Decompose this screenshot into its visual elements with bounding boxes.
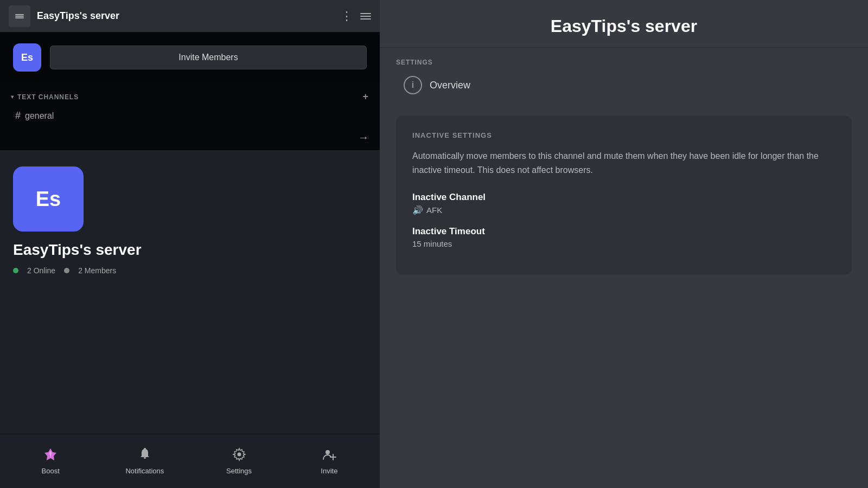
top-bar: EasyTips's server ⋮ [0,0,380,33]
topbar-server-name: EasyTips's server [37,10,334,22]
inactive-timeout-value: 15 minutes [412,239,835,248]
left-panel: EasyTips's server ⋮ Es Invite Members ▾ … [0,0,380,488]
server-stats: 2 Online 2 Members [13,266,367,275]
nav-notifications[interactable]: Notifications [119,443,170,479]
settings-section-label: SETTINGS [396,59,852,66]
speaker-icon: 🔊 [412,205,423,215]
invite-section: Es Invite Members [0,33,380,82]
menu-button[interactable] [360,13,371,20]
text-channels-label: TEXT CHANNELS [17,93,79,101]
inactive-timeout-label: Inactive Timeout [412,226,835,237]
right-header: EasyTips's server [380,0,868,48]
bottom-nav: Boost Notifications Settings [0,434,380,488]
settings-icon [232,447,246,465]
add-channel-button[interactable]: + [363,91,369,102]
notifications-label: Notifications [125,467,164,475]
server-name-large: EasyTips's server [13,241,367,259]
channel-general[interactable]: # general [11,107,369,125]
svg-point-2 [144,448,146,450]
overview-label: Overview [430,80,470,91]
online-dot [13,268,18,273]
member-count: 2 Members [78,266,116,275]
info-icon: i [404,76,422,94]
channels-section: ▾ TEXT CHANNELS + # general [0,82,380,129]
nav-boost[interactable]: Boost [29,443,72,479]
right-panel: EasyTips's server SETTINGS i Overview IN… [380,0,868,488]
right-panel-title: EasyTips's server [401,16,846,36]
chevron-icon: ▾ [11,94,14,100]
channels-header-left: ▾ TEXT CHANNELS [11,93,79,101]
server-icon-large: Es [13,166,84,232]
invite-members-button[interactable]: Invite Members [50,46,367,69]
invite-icon [322,447,336,465]
inactive-channel-label: Inactive Channel [412,192,835,203]
arrow-row: → [0,129,380,150]
inactive-channel-value: 🔊 AFK [412,205,835,215]
member-dot [64,268,69,273]
inactive-channel-field: Inactive Channel 🔊 AFK [412,192,835,215]
boost-icon [43,447,58,465]
server-profile-card: Es EasyTips's server 2 Online 2 Members [0,150,380,434]
channel-name: general [25,111,54,121]
svg-rect-1 [144,457,146,459]
nav-invite[interactable]: Invite [308,443,351,479]
inactive-settings-card: INACTIVE SETTINGS Automatically move mem… [396,116,852,274]
boost-label: Boost [42,467,60,475]
hash-icon: # [15,110,21,121]
svg-point-4 [326,450,330,454]
inactive-description: Automatically move members to this chann… [412,149,835,177]
online-count: 2 Online [27,266,55,275]
inactive-channel-name: AFK [426,206,442,215]
inactive-timeout-field: Inactive Timeout 15 minutes [412,226,835,248]
inactive-timeout-minutes: 15 minutes [412,239,452,248]
notifications-icon [138,447,152,465]
settings-nav: SETTINGS i Overview [380,48,868,111]
svg-point-3 [237,453,241,457]
server-icon-topbar [9,5,30,27]
nav-settings[interactable]: Settings [218,443,261,479]
more-options-button[interactable]: ⋮ [341,9,354,23]
overview-nav-item[interactable]: i Overview [396,70,852,100]
inactive-settings-label: INACTIVE SETTINGS [412,131,835,139]
settings-label: Settings [226,467,252,475]
server-icon-invite: Es [13,43,41,72]
invite-label: Invite [321,467,337,475]
text-channels-header: ▾ TEXT CHANNELS + [11,91,369,102]
arrow-right-icon: → [358,131,369,144]
